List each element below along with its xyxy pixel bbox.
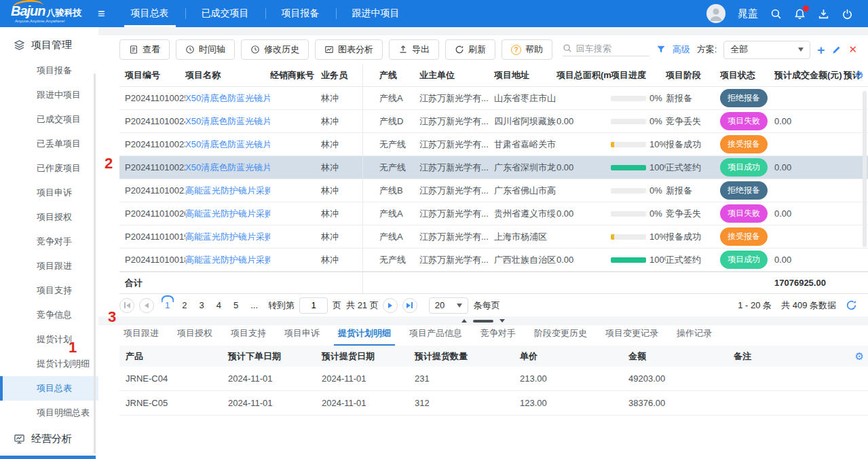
status-badge[interactable]: 接受报备 xyxy=(720,135,768,153)
col-header-line[interactable]: 产线 xyxy=(362,64,419,86)
history-button[interactable]: 修改历史 xyxy=(241,39,309,60)
view-button[interactable]: 查看 xyxy=(119,39,170,60)
first-page-button[interactable] xyxy=(119,298,134,313)
table-row[interactable]: P202411010021 高能蓝光防护镜片采购... 林冲 产线B 江苏万新光… xyxy=(119,179,868,202)
top-tab-following-projects[interactable]: 跟进中项目 xyxy=(336,0,416,27)
sidebar-item-project-filing[interactable]: 项目报备 xyxy=(0,58,98,83)
next-page-button[interactable] xyxy=(383,298,398,313)
sidebar-item-project-authorization[interactable]: 项目授权 xyxy=(0,205,98,230)
top-tab-project-filing[interactable]: 项目报备 xyxy=(265,0,336,27)
page-ellipsis[interactable]: ... xyxy=(244,300,264,310)
sidebar-item-delivery-plan[interactable]: 提货计划 xyxy=(0,327,98,352)
refresh-data-icon[interactable] xyxy=(846,299,857,311)
sidebar-item-following-projects[interactable]: 跟进中项目 xyxy=(0,83,98,107)
table-row[interactable]: P202411010020 高能蓝光防护镜片采购... 林冲 产线A 江苏万新光… xyxy=(119,202,868,225)
help-button[interactable]: ? 帮助 xyxy=(502,39,552,60)
top-tab-closed-projects[interactable]: 已成交项目 xyxy=(185,0,265,27)
col-header-area[interactable]: 项目总面积(m²) xyxy=(556,69,611,81)
table-row[interactable]: P202411010024 X50清底色防蓝光镜片... 林冲 产线D 江苏万新… xyxy=(119,110,868,133)
col-header-progress[interactable]: 项目进度 xyxy=(611,69,666,81)
page-number-4[interactable]: 4 xyxy=(210,300,227,310)
col-header-salesman[interactable]: 业务员 xyxy=(321,69,362,81)
add-scheme-icon[interactable]: + xyxy=(817,43,825,56)
page-number-5[interactable]: 5 xyxy=(227,300,244,310)
edit-scheme-icon[interactable] xyxy=(831,45,842,55)
page-number-2[interactable]: 2 xyxy=(176,300,193,310)
column-settings-gear-icon[interactable]: ⚙ xyxy=(855,350,864,363)
user-avatar[interactable] xyxy=(706,4,725,23)
project-name-link[interactable]: 高能蓝光防护镜片采购... xyxy=(185,208,270,220)
detail-tab-delivery-plan-detail[interactable]: 提货计划明细 xyxy=(334,327,395,346)
sidebar-item-lost-projects[interactable]: 已丢单项目 xyxy=(0,132,98,156)
detail-tab-product-info[interactable]: 项目产品信息 xyxy=(405,327,466,346)
sidebar-section-business-analysis[interactable]: 经营分析 xyxy=(0,425,98,452)
page-number-1[interactable]: 1 xyxy=(159,300,176,310)
detail-row[interactable]: JRNE-C05 2024-11-01 2024-11-01 312 123.0… xyxy=(119,391,868,416)
notifications-bell-icon[interactable] xyxy=(794,8,806,20)
project-name-link[interactable]: X50清底色防蓝光镜片... xyxy=(185,162,270,174)
col-header-stage[interactable]: 项目阶段 xyxy=(666,69,720,81)
column-settings-gear-icon[interactable]: ⚙ xyxy=(855,69,864,81)
col-header-status[interactable]: 项目状态 xyxy=(720,69,774,81)
power-icon[interactable] xyxy=(842,8,853,20)
detail-tab-authorization[interactable]: 项目授权 xyxy=(173,327,216,346)
sidebar-item-project-appeal[interactable]: 项目申诉 xyxy=(0,181,98,205)
project-name-link[interactable]: X50清底色防蓝光镜片... xyxy=(185,115,270,128)
col-header-product[interactable]: 产品 xyxy=(119,350,228,363)
search-input[interactable] xyxy=(576,43,649,54)
last-page-button[interactable] xyxy=(402,298,417,313)
table-row[interactable]: P202411010025 X50清底色防蓝光镜片... 林冲 产线A 江苏万新… xyxy=(119,87,868,110)
sidebar-item-delivery-plan-detail[interactable]: 提货计划明细 xyxy=(0,352,98,376)
detail-tab-change-log[interactable]: 项目变更记录 xyxy=(601,327,662,346)
top-tab-project-summary[interactable]: 项目总表 xyxy=(115,0,185,27)
timeline-button[interactable]: 时间轴 xyxy=(176,39,235,60)
sidebar-scrollbar[interactable] xyxy=(94,73,96,454)
chart-analysis-button[interactable]: 图表分析 xyxy=(315,39,383,60)
search-icon[interactable] xyxy=(770,8,782,20)
sidebar-bottom-scrollbar[interactable] xyxy=(0,456,96,459)
detail-tab-operation-log[interactable]: 操作记录 xyxy=(673,327,716,346)
status-badge[interactable]: 接受报备 xyxy=(720,227,768,246)
table-row[interactable]: P202411010018 高能蓝光防护镜片采购... 林冲 无产线 江苏万新光… xyxy=(119,249,868,272)
username[interactable]: 晁盖 xyxy=(738,7,758,20)
panel-splitter[interactable] xyxy=(98,316,868,325)
project-name-link[interactable]: 高能蓝光防护镜片采购... xyxy=(185,254,270,266)
download-icon[interactable] xyxy=(818,8,829,20)
col-header-qty[interactable]: 预计提货数量 xyxy=(415,350,520,363)
col-header-order-date[interactable]: 预计下单日期 xyxy=(228,350,322,363)
collapse-down-icon[interactable] xyxy=(499,319,505,323)
export-button[interactable]: 导出 xyxy=(389,39,439,60)
col-header-owner[interactable]: 业主单位 xyxy=(419,69,494,81)
col-header-dealer[interactable]: 经销商账号 xyxy=(270,69,321,81)
table-row-selected[interactable]: P202411010022 X50清底色防蓝光镜片... 林冲 无产线 江苏万新… xyxy=(119,156,868,179)
col-header-amount[interactable]: 金额 xyxy=(628,350,734,363)
goto-page-input[interactable] xyxy=(299,297,328,314)
project-name-link[interactable]: 高能蓝光防护镜片采购... xyxy=(185,231,270,243)
page-number-3[interactable]: 3 xyxy=(193,300,210,310)
project-name-link[interactable]: X50清底色防蓝光镜片... xyxy=(185,92,270,105)
status-badge[interactable]: 拒绝报备 xyxy=(720,89,768,107)
sidebar-item-project-support[interactable]: 项目支持 xyxy=(0,278,98,303)
status-badge[interactable]: 项目成功 xyxy=(720,251,768,269)
detail-tab-appeal[interactable]: 项目申诉 xyxy=(280,327,324,346)
sidebar-item-closed-projects[interactable]: 已成交项目 xyxy=(0,107,98,132)
delete-scheme-icon[interactable]: ✕ xyxy=(848,43,857,56)
sidebar-item-competition-info[interactable]: 竞争信息 xyxy=(0,303,98,327)
sidebar-item-project-follow-up[interactable]: 项目跟进 xyxy=(0,254,98,278)
project-name-link[interactable]: X50清底色防蓝光镜片... xyxy=(185,139,270,151)
page-size-select[interactable]: 20 xyxy=(429,297,468,314)
table-row[interactable]: P202411010019 高能蓝光防护镜片采购... 林冲 产线A 江苏万新光… xyxy=(119,225,868,249)
col-header-amount[interactable]: 预计成交金额(元) xyxy=(774,69,844,81)
menu-toggle-icon[interactable]: ≡ xyxy=(88,0,115,27)
detail-tab-support[interactable]: 项目支持 xyxy=(227,327,270,346)
col-header-id[interactable]: 项目编号 xyxy=(119,69,185,81)
col-header-remark[interactable]: 备注 xyxy=(734,350,868,363)
project-name-link[interactable]: 高能蓝光防护镜片采购... xyxy=(185,185,270,197)
table-scrollbar[interactable] xyxy=(863,91,867,247)
advanced-search-link[interactable]: 高级 xyxy=(673,43,690,56)
col-header-name[interactable]: 项目名称 xyxy=(185,69,270,81)
status-badge[interactable]: 项目失败 xyxy=(720,204,768,223)
col-header-pickup-date[interactable]: 预计提货日期 xyxy=(322,350,415,363)
scheme-select[interactable]: 全部 xyxy=(723,41,810,59)
detail-tab-follow-up[interactable]: 项目跟进 xyxy=(119,327,163,346)
